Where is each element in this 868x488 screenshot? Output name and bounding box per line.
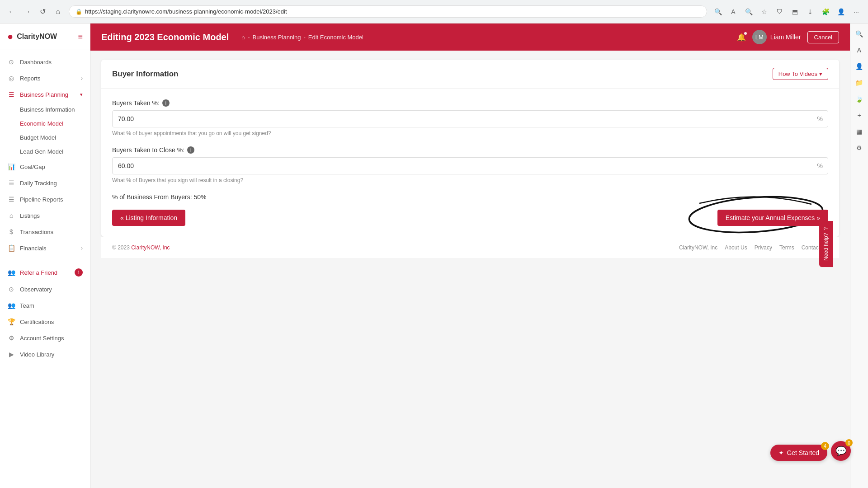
bookmark-icon[interactable]: ⛉: [773, 5, 786, 18]
get-started-icon: ✦: [778, 449, 784, 456]
sidebar-item-refer-a-friend[interactable]: 👥 Refer a Friend 1: [0, 264, 90, 281]
goal-gap-icon: 📊: [7, 163, 15, 170]
url-text: https://staging.claritynowre.com/busines…: [85, 8, 287, 15]
footer-link-clarity[interactable]: ClarityNOW, Inc: [679, 244, 717, 251]
user-avatar: LM: [752, 30, 767, 44]
buyers-close-input[interactable]: [112, 157, 828, 174]
get-started-button[interactable]: ✦ Get Started 4: [770, 445, 827, 461]
back-button[interactable]: ←: [5, 5, 18, 18]
buyers-close-input-wrap: %: [112, 157, 828, 174]
lock-icon: 🔒: [75, 9, 82, 15]
footer-link-about[interactable]: About Us: [725, 244, 747, 251]
sidebar-item-listings[interactable]: ⌂ Listings: [0, 207, 90, 224]
sidebar-label-lead-gen-model: Lead Gen Model: [20, 148, 63, 155]
breadcrumb-home-icon[interactable]: ⌂: [241, 34, 245, 41]
sidebar-item-budget-model[interactable]: Budget Model: [0, 131, 90, 145]
buyers-taken-input[interactable]: [112, 110, 828, 127]
sidebar-item-observatory[interactable]: ⊙ Observatory: [0, 281, 90, 297]
sidebar-item-reports[interactable]: ◎ Reports ›: [0, 70, 90, 86]
sidebar-item-business-information[interactable]: Business Information: [0, 103, 90, 117]
listings-icon: ⌂: [7, 212, 15, 219]
footer-link-privacy[interactable]: Privacy: [755, 244, 772, 251]
sidebar-item-team[interactable]: 👥 Team: [0, 297, 90, 314]
observatory-icon: ⊙: [7, 286, 15, 293]
buyers-taken-suffix: %: [817, 115, 823, 122]
right-panel-leaf-icon[interactable]: 🍃: [853, 92, 866, 106]
profile-icon[interactable]: 👤: [835, 5, 847, 18]
footer-link-terms[interactable]: Terms: [779, 244, 794, 251]
buyers-close-suffix: %: [817, 162, 823, 169]
right-panel-search-icon[interactable]: 🔍: [853, 27, 866, 41]
cancel-button[interactable]: Cancel: [807, 31, 839, 43]
sidebar-item-business-planning[interactable]: ☰ Business Planning ▾: [0, 86, 90, 103]
card-header: Buyer Information How To Videos ▾: [101, 60, 839, 89]
hamburger-icon[interactable]: ≡: [78, 32, 83, 42]
right-panel-grid-icon[interactable]: ▦: [853, 125, 866, 138]
more-icon[interactable]: ···: [850, 5, 863, 18]
right-panel-add-icon[interactable]: +: [853, 108, 866, 122]
font-icon[interactable]: A: [727, 5, 740, 18]
buyers-taken-label-text: Buyers Taken %:: [112, 99, 160, 107]
sidebar-item-video-library[interactable]: ▶ Video Library: [0, 346, 90, 362]
sidebar-item-dashboards[interactable]: ⊙ Dashboards: [0, 54, 90, 70]
sidebar-item-goal-gap[interactable]: 📊 Goal/Gap: [0, 159, 90, 175]
breadcrumb-business-planning[interactable]: Business Planning: [252, 34, 301, 41]
dashboards-icon: ⊙: [7, 58, 15, 66]
zoom-icon[interactable]: 🔍: [742, 5, 755, 18]
need-help-icon: ?: [823, 227, 829, 230]
sidebar-label-video-library: Video Library: [20, 351, 54, 358]
sidebar-item-transactions[interactable]: $ Transactions: [0, 224, 90, 240]
sidebar-item-financials[interactable]: 📋 Financials ›: [0, 240, 90, 256]
collections-icon[interactable]: ⬒: [788, 5, 801, 18]
chat-button[interactable]: 💬 0: [831, 441, 851, 461]
star-icon[interactable]: ☆: [758, 5, 770, 18]
content-area: Buyer Information How To Videos ▾ Buyers…: [90, 51, 850, 488]
pipeline-reports-icon: ☰: [7, 196, 15, 203]
forward-button[interactable]: →: [21, 5, 33, 18]
sidebar-item-daily-tracking[interactable]: ☰ Daily Tracking: [0, 175, 90, 191]
financials-expand-icon: ›: [81, 245, 83, 251]
download-icon[interactable]: ⤓: [804, 5, 816, 18]
buyers-taken-info-icon[interactable]: i: [162, 99, 170, 107]
sidebar-label-team: Team: [20, 302, 34, 309]
sidebar-item-certifications[interactable]: 🏆 Certifications: [0, 314, 90, 330]
sidebar-item-account-settings[interactable]: ⚙ Account Settings: [0, 330, 90, 346]
estimate-expenses-button[interactable]: Estimate your Annual Expenses »: [717, 210, 828, 226]
need-help-button[interactable]: Need help? ?: [819, 221, 833, 267]
home-button[interactable]: ⌂: [52, 5, 64, 18]
right-panel-office-icon[interactable]: 📁: [853, 76, 866, 89]
address-bar[interactable]: 🔒 https://staging.claritynowre.com/busin…: [69, 5, 707, 18]
sidebar-label-reports: Reports: [20, 75, 41, 82]
footer-copyright: © 2023 ClarityNOW, Inc: [112, 244, 170, 251]
buyers-close-info-icon[interactable]: i: [187, 146, 194, 154]
user-name: Liam Miller: [770, 33, 801, 41]
business-planning-expand-icon: ▾: [80, 92, 83, 98]
right-panel-font-icon[interactable]: A: [853, 43, 866, 57]
right-panel-settings-icon[interactable]: ⚙: [853, 141, 866, 155]
buyer-information-card: Buyer Information How To Videos ▾ Buyers…: [101, 60, 839, 237]
bell-icon[interactable]: 🔔: [737, 33, 746, 42]
buyers-close-group: Buyers Taken to Close %: i % What % of B…: [112, 146, 828, 183]
browser-bar: ← → ↺ ⌂ 🔒 https://staging.claritynowre.c…: [0, 0, 868, 23]
user-info: LM Liam Miller: [752, 30, 801, 44]
daily-tracking-icon: ☰: [7, 179, 15, 187]
extensions-icon[interactable]: 🧩: [819, 5, 832, 18]
sidebar-item-economic-model[interactable]: Economic Model: [0, 117, 90, 131]
app: ● ClarityNOW ≡ ⊙ Dashboards ◎ Reports › …: [0, 23, 868, 488]
sidebar-label-transactions: Transactions: [20, 229, 53, 235]
next-button-wrap: Estimate your Annual Expenses »: [717, 210, 828, 226]
sidebar-item-pipeline-reports[interactable]: ☰ Pipeline Reports: [0, 191, 90, 207]
sidebar-item-lead-gen-model[interactable]: Lead Gen Model: [0, 145, 90, 159]
footer-brand[interactable]: ClarityNOW, Inc: [131, 244, 170, 251]
refresh-button[interactable]: ↺: [36, 5, 49, 18]
right-panel-person-icon[interactable]: 👤: [853, 60, 866, 73]
breadcrumb-edit-economic-model: Edit Economic Model: [308, 34, 363, 41]
reports-expand-icon: ›: [81, 75, 83, 81]
how-to-videos-button[interactable]: How To Videos ▾: [773, 68, 828, 80]
certifications-icon: 🏆: [7, 318, 15, 325]
listing-information-button[interactable]: « Listing Information: [112, 210, 185, 226]
how-to-arrow-icon: ▾: [819, 70, 822, 77]
refer-badge: 1: [75, 268, 83, 277]
search-icon[interactable]: 🔍: [712, 5, 724, 18]
sidebar-label-listings: Listings: [20, 212, 40, 219]
